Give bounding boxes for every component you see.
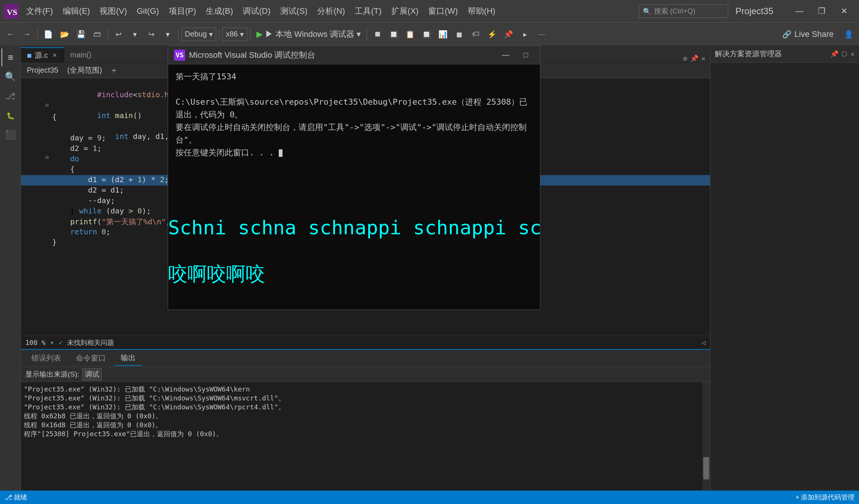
debug-output-4: 按任意键关闭此窗口. . .	[176, 146, 533, 159]
status-ready: ⎇ 就绪	[4, 493, 27, 502]
toolbar-sep-5	[250, 29, 250, 40]
debug-console-titlebar: VS Microsoft Visual Studio 调试控制台 — □	[168, 46, 540, 64]
settings-icon[interactable]: ⚙	[683, 54, 687, 62]
bottom-scrollbar[interactable]	[702, 382, 710, 491]
menu-view[interactable]: 视图(V)	[95, 4, 131, 18]
debug-output-blank	[176, 83, 533, 96]
forward-button[interactable]: →	[19, 27, 34, 42]
debug-output-2: C:\Users\王斯焗\source\repos\Project35\Debu…	[176, 96, 533, 121]
menu-debug[interactable]: 调试(D)	[238, 4, 275, 18]
pin-icon[interactable]: 📌	[690, 54, 698, 62]
tab-command-window[interactable]: 命令窗口	[70, 351, 112, 366]
menu-test[interactable]: 测试(S)	[276, 4, 312, 18]
debug-console-content: 第一天搞了1534 C:\Users\王斯焗\source\repos\Proj…	[168, 64, 540, 310]
tab-secondary[interactable]: main()	[64, 47, 98, 62]
start-debug-button[interactable]: ▶ ▶ 本地 Windows 调试器 ▾	[253, 27, 364, 41]
debug-output-3: 要在调试停止时自动关闭控制台，请启用"工具"->"选项"->"调试"->"调试停…	[176, 121, 533, 146]
marquee-2-text: 咬啊咬啊咬	[168, 261, 265, 287]
activity-search[interactable]: 🔍	[1, 68, 19, 86]
output-line-4: 线程 0x62b8 已退出，返回值为 0 (0x0)。	[24, 412, 707, 421]
save-button[interactable]: 💾	[73, 27, 88, 42]
solution-explorer-label: 解决方案资源管理器	[715, 49, 827, 59]
close-panel-icon[interactable]: ✕	[701, 54, 705, 62]
menu-extensions[interactable]: 扩展(X)	[387, 4, 423, 18]
menu-analyze[interactable]: 分析(N)	[313, 4, 350, 18]
bottom-panel: 错误列表 命令窗口 输出 显示输出来源(S): 调试 "Project35.ex…	[21, 349, 710, 491]
tab-label: 源.c	[35, 50, 48, 60]
toolbar-btn-9[interactable]: 📌	[501, 27, 516, 42]
debug-config-dropdown[interactable]: Debug ▾	[181, 28, 216, 41]
tab-error-list[interactable]: 错误列表	[25, 351, 67, 366]
toolbar-sep-6	[367, 29, 367, 40]
platform-dropdown[interactable]: x86 ▾	[222, 28, 247, 41]
add-item-button[interactable]: +	[108, 64, 120, 76]
zoom-dropdown-icon[interactable]: ▾	[50, 339, 54, 346]
chevron-down-icon: ▾	[209, 30, 213, 39]
activity-extensions[interactable]: ⬛	[1, 126, 19, 144]
menu-help[interactable]: 帮助(H)	[463, 4, 500, 18]
toolbar-btn-7[interactable]: 🏷	[468, 27, 483, 42]
close-button[interactable]: ✕	[833, 4, 855, 19]
tab-icon: ◼	[27, 52, 32, 59]
solution-explorer-title: 解决方案资源管理器 📌 ⬡ ✕	[710, 45, 859, 63]
solution-explorer-content	[710, 63, 859, 491]
menu-build[interactable]: 生成(B)	[201, 4, 237, 18]
bottom-content: "Project35.exe" (Win32): 已加载 "C:\Windows…	[21, 382, 710, 491]
new-file-button[interactable]: 📄	[41, 27, 56, 42]
save-all-button[interactable]: 🗃	[90, 27, 105, 42]
solution-pin-icon[interactable]: 📌	[830, 50, 839, 58]
output-line-1: "Project35.exe" (Win32): 已加载 "C:\Windows…	[24, 385, 707, 394]
tab-output[interactable]: 输出	[115, 351, 142, 366]
project-selector[interactable]: Project35	[24, 65, 61, 75]
no-issues-icon: ✓	[59, 339, 63, 346]
search-box[interactable]: 🔍 搜索 (Ctrl+Q)	[639, 4, 728, 18]
toolbar-btn-3[interactable]: 📋	[403, 27, 418, 42]
source-dropdown[interactable]: 调试	[82, 368, 102, 380]
menu-git[interactable]: Git(G)	[132, 5, 164, 18]
back-button[interactable]: ←	[3, 27, 18, 42]
solution-expand-icon[interactable]: ⬡	[841, 50, 847, 58]
live-share-button[interactable]: 🔗 Live Share	[778, 28, 838, 41]
toolbar-btn-6[interactable]: ◼	[452, 27, 467, 42]
toolbar-btn-5[interactable]: 📊	[436, 27, 451, 42]
tab-close-button[interactable]: ✕	[51, 51, 59, 59]
restore-button[interactable]: ❐	[811, 4, 833, 19]
output-line-3: "Project35.exe" (Win32): 已加载 "C:\Windows…	[24, 403, 707, 412]
toolbar-sep-2	[108, 29, 108, 40]
account-button[interactable]: 👤	[841, 27, 856, 42]
window-controls: — ❐ ✕	[788, 4, 855, 19]
window-title: Project35	[736, 6, 773, 16]
minimize-button[interactable]: —	[788, 4, 811, 19]
activity-debug[interactable]: 🐛	[1, 107, 19, 124]
menu-project[interactable]: 项目(P)	[164, 4, 200, 18]
status-bar: ⎇ 就绪 + 添加到源代码管理	[0, 491, 859, 504]
toolbar-btn-4[interactable]: 🔲	[419, 27, 434, 42]
solution-close-icon[interactable]: ✕	[850, 50, 855, 58]
open-button[interactable]: 📂	[57, 27, 72, 42]
menu-window[interactable]: 窗口(W)	[424, 4, 462, 18]
menu-tools[interactable]: 工具(T)	[350, 4, 386, 18]
menu-file[interactable]: 文件(F)	[22, 4, 57, 18]
platform-chevron-icon: ▾	[240, 30, 244, 39]
toolbar-btn-1[interactable]: ⏹	[370, 27, 385, 42]
debug-maximize-button[interactable]: □	[518, 48, 534, 62]
menu-edit[interactable]: 编辑(E)	[58, 4, 94, 18]
undo-dropdown[interactable]: ▾	[127, 27, 142, 42]
toolbar-btn-8[interactable]: ⚡	[485, 27, 500, 42]
debug-minimize-button[interactable]: —	[498, 48, 514, 62]
marquee-1-text: Schni schna schnappi schnappi schnappi s…	[168, 216, 540, 239]
redo-button[interactable]: ↪	[144, 27, 159, 42]
toolbar-btn-11[interactable]: ⋯	[534, 27, 549, 42]
redo-dropdown[interactable]: ▾	[160, 27, 175, 42]
scope-selector[interactable]: (全局范围)	[64, 64, 105, 76]
scrollbar-thumb[interactable]	[703, 457, 709, 479]
toolbar-btn-10[interactable]: ▸	[518, 27, 533, 42]
status-add-solution[interactable]: + 添加到源代码管理	[795, 493, 855, 502]
tab-source-c[interactable]: ◼ 源.c ✕	[21, 47, 64, 62]
undo-button[interactable]: ↩	[111, 27, 126, 42]
activity-explorer[interactable]: ≡	[1, 48, 19, 66]
svg-text:VS: VS	[7, 7, 17, 17]
activity-git[interactable]: ⎇	[1, 87, 19, 105]
debug-output-1: 第一天搞了1534	[176, 70, 533, 83]
toolbar-btn-2[interactable]: 🔲	[386, 27, 401, 42]
